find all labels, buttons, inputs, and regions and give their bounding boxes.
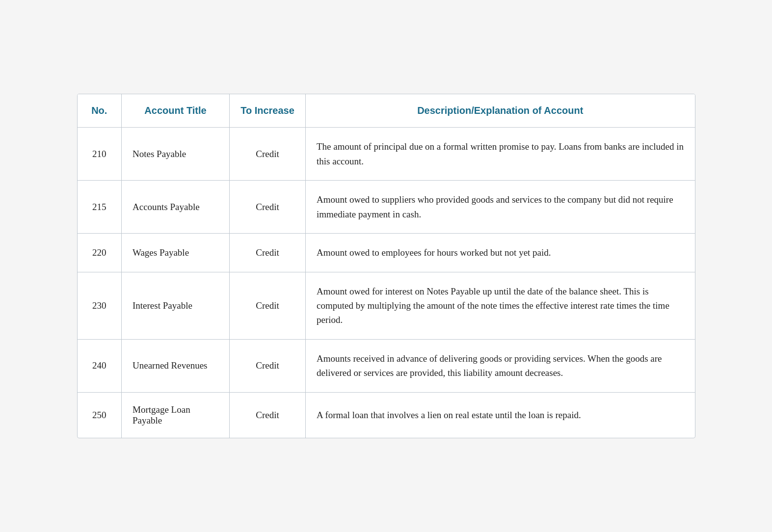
- table-row: 220Wages PayableCreditAmount owed to emp…: [78, 234, 695, 272]
- cell-account-title: Interest Payable: [122, 272, 230, 339]
- cell-to-increase: Credit: [230, 392, 306, 438]
- cell-account-title: Notes Payable: [122, 128, 230, 181]
- cell-description: Amount owed for interest on Notes Payabl…: [306, 272, 695, 339]
- table-row: 250Mortgage Loan PayableCreditA formal l…: [78, 392, 695, 438]
- cell-account-title: Unearned Revenues: [122, 339, 230, 392]
- cell-account-title: Accounts Payable: [122, 181, 230, 234]
- accounts-table: No. Account Title To Increase Descriptio…: [78, 94, 695, 437]
- table-row: 240Unearned RevenuesCreditAmounts receiv…: [78, 339, 695, 392]
- cell-no: 240: [78, 339, 122, 392]
- cell-no: 220: [78, 234, 122, 272]
- header-no: No.: [78, 94, 122, 128]
- cell-account-title: Wages Payable: [122, 234, 230, 272]
- cell-to-increase: Credit: [230, 234, 306, 272]
- cell-description: Amount owed to employees for hours worke…: [306, 234, 695, 272]
- accounts-table-container: No. Account Title To Increase Descriptio…: [77, 94, 695, 438]
- header-account-title: Account Title: [122, 94, 230, 128]
- table-row: 210Notes PayableCreditThe amount of prin…: [78, 128, 695, 181]
- table-body: 210Notes PayableCreditThe amount of prin…: [78, 128, 695, 438]
- header-description: Description/Explanation of Account: [306, 94, 695, 128]
- cell-description: Amounts received in advance of deliverin…: [306, 339, 695, 392]
- cell-no: 215: [78, 181, 122, 234]
- cell-to-increase: Credit: [230, 128, 306, 181]
- cell-description: A formal loan that involves a lien on re…: [306, 392, 695, 438]
- cell-no: 210: [78, 128, 122, 181]
- cell-description: Amount owed to suppliers who provided go…: [306, 181, 695, 234]
- cell-to-increase: Credit: [230, 181, 306, 234]
- cell-no: 250: [78, 392, 122, 438]
- cell-no: 230: [78, 272, 122, 339]
- cell-description: The amount of principal due on a formal …: [306, 128, 695, 181]
- table-header-row: No. Account Title To Increase Descriptio…: [78, 94, 695, 128]
- table-row: 230Interest PayableCreditAmount owed for…: [78, 272, 695, 339]
- cell-to-increase: Credit: [230, 272, 306, 339]
- cell-to-increase: Credit: [230, 339, 306, 392]
- cell-account-title: Mortgage Loan Payable: [122, 392, 230, 438]
- header-to-increase: To Increase: [230, 94, 306, 128]
- table-row: 215Accounts PayableCreditAmount owed to …: [78, 181, 695, 234]
